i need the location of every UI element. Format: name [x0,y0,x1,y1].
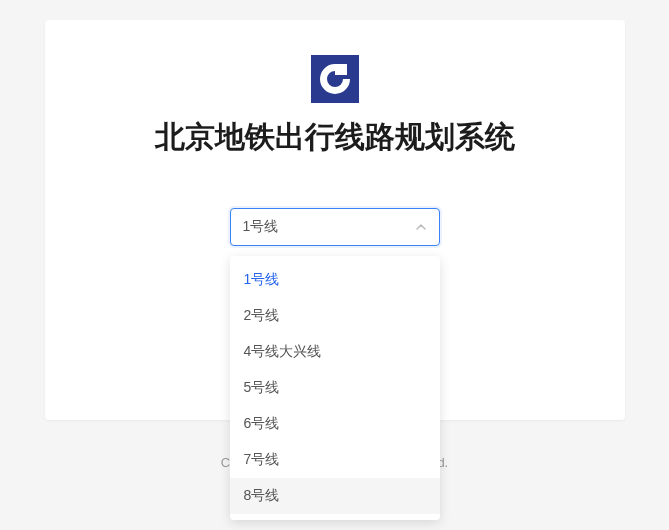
line-dropdown: 1号线2号线4号线大兴线5号线6号线7号线8号线 [230,256,440,520]
line-select[interactable]: 1号线 [230,208,440,246]
page-title: 北京地铁出行线路规划系统 [45,117,625,158]
dropdown-option[interactable]: 4号线大兴线 [230,334,440,370]
chevron-up-icon [415,221,427,233]
main-card: 北京地铁出行线路规划系统 1号线 1号线2号线4号线大兴线5号线6号线7号线8号… [45,20,625,420]
dropdown-option[interactable]: 7号线 [230,442,440,478]
line-select-wrap: 1号线 1号线2号线4号线大兴线5号线6号线7号线8号线 [230,208,440,246]
line-select-value: 1号线 [243,218,415,236]
dropdown-option[interactable]: 5号线 [230,370,440,406]
dropdown-option[interactable]: 2号线 [230,298,440,334]
dropdown-option[interactable]: 8号线 [230,478,440,514]
metro-logo-icon [317,61,353,97]
dropdown-option[interactable]: 1号线 [230,262,440,298]
logo [311,55,359,103]
dropdown-option[interactable]: 6号线 [230,406,440,442]
